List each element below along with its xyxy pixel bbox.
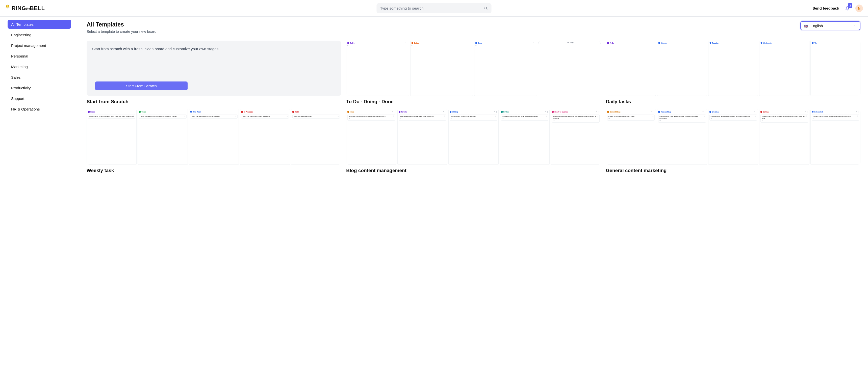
dots-icon: ⋮	[858, 111, 859, 113]
plus-icon: +	[596, 111, 597, 113]
sidebar-item-productivity[interactable]: Productivity	[7, 83, 71, 92]
preview-column: Done+⋮0	[474, 41, 537, 96]
template-card-daily[interactable]: To DoMondayTuesdayWednesdayThu Daily tas…	[606, 41, 861, 104]
notifications-button[interactable]: 3	[845, 6, 850, 11]
sidebar-item-personnal[interactable]: Personnal	[7, 52, 71, 61]
user-avatar[interactable]: N	[856, 4, 863, 12]
clock-icon: ◔	[553, 120, 598, 122]
column-actions: +⋮	[651, 111, 655, 113]
clock-icon: ◔	[762, 120, 807, 122]
plus-icon: +	[494, 111, 495, 113]
bookmark-icon: ◇	[338, 115, 339, 117]
plus-icon: +	[405, 42, 406, 44]
svg-rect-12	[812, 42, 813, 43]
plus-icon: +	[856, 111, 857, 113]
sidebar-item-project-management[interactable]: Project management	[7, 41, 71, 50]
search-input[interactable]	[380, 6, 484, 10]
plus-icon: +	[651, 111, 652, 113]
dots-icon: ⋮	[496, 111, 497, 113]
page-title: All Templates	[87, 21, 156, 28]
dots-icon: ⋮	[470, 42, 472, 44]
template-card-scratch[interactable]: Start from scratch with a fresh, clean b…	[87, 41, 341, 104]
clock-icon: ◔	[451, 118, 496, 120]
plus-icon: +	[392, 111, 393, 113]
sidebar: All TemplatesEngineeringProject manageme…	[0, 17, 79, 178]
preview-column: To Do	[606, 41, 656, 96]
send-feedback-link[interactable]: Send feedback	[812, 6, 839, 10]
column-name: Ideas	[350, 111, 354, 113]
column-name: Ready to publish	[554, 111, 567, 113]
preview-column: Content Ideas+⋮A place to add all of you…	[606, 109, 656, 165]
column-name: Monday	[661, 42, 667, 44]
svg-rect-9	[761, 42, 762, 43]
column-actions: +⋮	[494, 111, 497, 113]
preview-column: Writing+⋮Posts that are currently being …	[448, 109, 498, 165]
column-note: A place to add all of your content ideas…	[607, 115, 655, 121]
sidebar-item-engineering[interactable]: Engineering	[7, 30, 71, 39]
plus-icon: +	[545, 111, 546, 113]
template-card-blog[interactable]: Ideas+⋮A place to brainstorm and store a…	[346, 109, 601, 173]
preview-column: Ideas+⋮A place to brainstorm and store a…	[346, 109, 396, 165]
sidebar-item-hr-operations[interactable]: HR & Operations	[7, 104, 71, 113]
column-actions: +⋮	[805, 111, 808, 113]
plus-icon: +	[469, 42, 470, 44]
svg-point-0	[7, 7, 8, 8]
column-note: A catch-all for incoming tasks or to-do …	[88, 115, 135, 119]
sidebar-item-support[interactable]: Support	[7, 94, 71, 103]
language-selector[interactable]: 🇬🇧 English	[800, 21, 861, 30]
template-title: Start from Scratch	[87, 99, 341, 104]
column-note: Content that is actively being written, …	[709, 115, 757, 121]
dots-icon: ⋮	[444, 111, 446, 113]
main-content: All Templates Select a template to creat…	[79, 17, 868, 178]
template-card-todo[interactable]: To Do+⋮0Doing+⋮0Done+⋮0+ Add stage To Do…	[346, 41, 601, 104]
preview-column: Wednesday	[759, 41, 809, 96]
column-actions: +⋮	[443, 111, 446, 113]
clock-icon: ◔	[349, 118, 394, 120]
start-from-scratch-button[interactable]: Start From Scratch	[95, 82, 188, 90]
language-label: English	[810, 24, 823, 28]
app-logo[interactable]: RINGtheBELL	[5, 5, 45, 11]
plus-icon: +	[703, 111, 704, 113]
column-name: Done	[478, 42, 482, 44]
preview-column: Scheduled+⋮Content that is ready and bee…	[810, 109, 861, 165]
column-note: Content that is ready and been scheduled…	[812, 115, 859, 121]
column-name: Doing	[414, 42, 418, 44]
bookmark-icon: ◇	[393, 115, 394, 117]
sidebar-item-all-templates[interactable]: All Templates	[7, 20, 71, 29]
template-title: Blog content management	[346, 168, 601, 173]
dots-icon: ⋮	[806, 111, 808, 113]
dots-icon: ⋮	[653, 111, 655, 113]
column-name: This Week	[193, 111, 201, 113]
search-box[interactable]	[377, 3, 492, 13]
preview-column: In ProgressTasks that are currently bein…	[240, 109, 290, 165]
column-count: 0	[410, 45, 473, 46]
chevron-down-icon	[854, 24, 857, 27]
preview-column: To write+⋮Selected keywords that are rea…	[397, 109, 447, 165]
column-actions: +⋮	[545, 111, 548, 113]
bookmark-icon: ◇	[235, 115, 237, 117]
sidebar-item-sales[interactable]: Sales	[7, 73, 71, 82]
bookmark-icon: ◇	[495, 115, 496, 117]
svg-rect-15	[190, 111, 192, 112]
logo-bell-icon	[5, 4, 10, 9]
bookmark-icon: ◇	[755, 115, 756, 117]
column-actions: +⋮	[405, 42, 408, 44]
column-note: Posts that have been approved and are wa…	[552, 115, 599, 123]
dots-icon: ⋮	[755, 111, 757, 113]
column-name: Writing	[452, 111, 458, 113]
app-header: RINGtheBELL Send feedback 3 N	[0, 0, 868, 17]
template-title: Daily tasks	[606, 99, 861, 104]
template-card-gcm[interactable]: Content Ideas+⋮A place to add all of you…	[606, 109, 861, 173]
column-name: Today	[142, 111, 146, 113]
column-name: To write	[401, 111, 407, 113]
column-name: Tuesday	[712, 42, 719, 44]
dots-icon: ⋮	[547, 111, 548, 113]
clock-icon: ◔	[609, 118, 653, 120]
template-card-weekly[interactable]: InboxA catch-all for incoming tasks or t…	[87, 109, 341, 173]
column-note: Tasks that feedback i others◇	[292, 115, 340, 119]
bookmark-icon: ◇	[444, 115, 445, 117]
search-icon	[484, 6, 488, 10]
bookmark-icon: ◇	[704, 115, 705, 117]
clock-icon: ◔	[659, 120, 704, 122]
sidebar-item-marketing[interactable]: Marketing	[7, 62, 71, 71]
